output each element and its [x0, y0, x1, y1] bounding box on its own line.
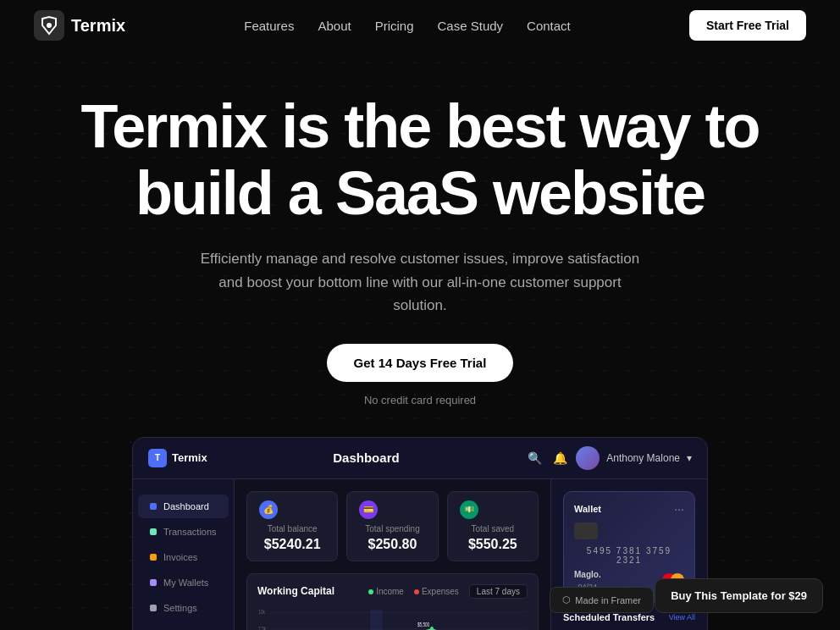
wallet-card-number: 5495 7381 3759 2321	[574, 546, 684, 565]
chart-section: Working Capital Income Expenses Last 7 d…	[246, 573, 539, 630]
chevron-down-icon: ▾	[687, 452, 692, 464]
sidebar-label-transactions: Transactions	[163, 527, 217, 537]
chart-filter[interactable]: Last 7 days	[469, 584, 528, 599]
logo[interactable]: Termix	[34, 10, 125, 41]
sidebar-dot-settings	[150, 605, 157, 611]
chart-title: Working Capital	[257, 585, 334, 597]
nav-links: Features About Pricing Case Study Contac…	[244, 19, 571, 33]
legend-income: Income	[368, 587, 404, 596]
sidebar-item-invoices[interactable]: Invoices	[138, 545, 229, 569]
no-credit-text: No credit card required	[51, 394, 789, 406]
dash-title: Dashboard	[333, 450, 399, 465]
scheduled-transfers: Scheduled Transfers View All Mona Fernan…	[563, 612, 695, 630]
nav-features[interactable]: Features	[244, 19, 294, 33]
balance-label: Total balance	[259, 524, 325, 533]
stat-card-spending: 💳 Total spending $250.80	[346, 491, 438, 561]
nav-contact[interactable]: Contact	[527, 19, 571, 33]
wallet-title: Wallet	[574, 504, 601, 514]
dashboard-main: 💰 Total balance $5240.21 💳 Total spendin…	[235, 479, 550, 630]
svg-text:10k: 10k	[258, 609, 265, 615]
hero-title-line1: Termix is the best way to	[81, 92, 760, 160]
svg-rect-20	[370, 610, 383, 630]
hero-title: Termix is the best way to build a SaaS w…	[51, 93, 789, 227]
framer-icon: ⬡	[562, 594, 571, 605]
stat-cards: 💰 Total balance $5240.21 💳 Total spendin…	[246, 491, 539, 561]
balance-value: $5240.21	[259, 537, 325, 552]
sidebar-dot-dashboard	[150, 503, 157, 510]
sidebar-item-dashboard[interactable]: Dashboard	[138, 495, 229, 518]
sidebar-item-transactions[interactable]: Transactions	[138, 520, 229, 544]
svg-text:7.5k: 7.5k	[258, 626, 266, 630]
made-in-framer-label: Made in Framer	[575, 595, 641, 605]
balance-icon: 💰	[259, 500, 278, 519]
wallet-chip	[574, 522, 598, 539]
sidebar-label-settings: Settings	[163, 603, 197, 613]
bell-icon[interactable]: 🔔	[550, 449, 569, 467]
sidebar-dot-wallets	[150, 579, 157, 586]
dashboard-header: T Termix Dashboard 🔍 🔔 Anthony Malone ▾	[133, 438, 707, 479]
sidebar-item-settings[interactable]: Settings	[138, 596, 229, 620]
dash-logo-text: Termix	[172, 451, 207, 464]
dash-logo: T Termix	[148, 449, 207, 467]
saved-icon: 💵	[460, 500, 478, 519]
wallet-header: Wallet ···	[574, 502, 684, 516]
nav-cta-button[interactable]: Start Free Trial	[689, 10, 806, 41]
hero-section: Termix is the best way to build a SaaS w…	[0, 51, 840, 630]
search-icon[interactable]: 🔍	[525, 449, 544, 467]
transfers-header: Scheduled Transfers View All	[563, 612, 695, 622]
chart-svg: 10k 7.5k 5k 2.5k 0k	[257, 605, 528, 630]
transfers-title: Scheduled Transfers	[563, 612, 655, 622]
transfers-view-all[interactable]: View All	[669, 613, 695, 622]
user-name: Anthony Malone	[606, 452, 680, 464]
sidebar-label-dashboard: Dashboard	[163, 501, 209, 511]
sidebar-item-wallets[interactable]: My Wallets	[138, 571, 229, 594]
logo-text: Termix	[71, 16, 125, 36]
legend-expenses: Expenses	[414, 587, 459, 596]
dash-logo-icon: T	[148, 449, 167, 467]
sidebar-label-invoices: Invoices	[163, 552, 197, 562]
user-avatar	[576, 446, 600, 470]
nav-pricing[interactable]: Pricing	[375, 19, 414, 33]
spending-icon: 💳	[359, 500, 378, 519]
nav-about[interactable]: About	[318, 19, 351, 33]
chart-legend: Income Expenses Last 7 days	[368, 584, 528, 599]
hero-subtitle: Efficiently manage and resolve customer …	[191, 247, 649, 317]
stat-card-saved: 💵 Total saved $550.25	[447, 491, 539, 561]
stat-card-balance: 💰 Total balance $5240.21	[246, 491, 338, 561]
navbar: Termix Features About Pricing Case Study…	[0, 0, 840, 51]
saved-label: Total saved	[460, 524, 526, 533]
spending-value: $250.80	[359, 537, 425, 552]
sidebar-label-wallets: My Wallets	[163, 578, 208, 588]
sidebar-dot-transactions	[150, 528, 157, 535]
wallet-options-icon[interactable]: ···	[674, 502, 684, 516]
spending-label: Total spending	[359, 524, 425, 533]
hero-title-line2: build a SaaS website	[135, 159, 705, 227]
sidebar-dot-invoices	[150, 554, 157, 561]
chart-header: Working Capital Income Expenses Last 7 d…	[257, 584, 528, 599]
svg-text:$5,500: $5,500	[417, 622, 430, 627]
logo-icon	[34, 10, 64, 41]
saved-value: $550.25	[460, 537, 526, 552]
nav-case-study[interactable]: Case Study	[438, 19, 504, 33]
svg-point-1	[47, 23, 52, 28]
made-in-framer-badge[interactable]: ⬡ Made in Framer	[550, 587, 654, 613]
svg-point-12	[430, 627, 434, 630]
wallet-name: Maglo.	[574, 570, 601, 579]
dashboard-sidebar: Dashboard Transactions Invoices My Walle…	[133, 479, 235, 630]
buy-template-button[interactable]: Buy This Template for $29	[655, 578, 823, 613]
hero-cta-button[interactable]: Get 14 Days Free Trial	[327, 344, 514, 382]
dash-user: 🔍 🔔 Anthony Malone ▾	[525, 446, 692, 470]
